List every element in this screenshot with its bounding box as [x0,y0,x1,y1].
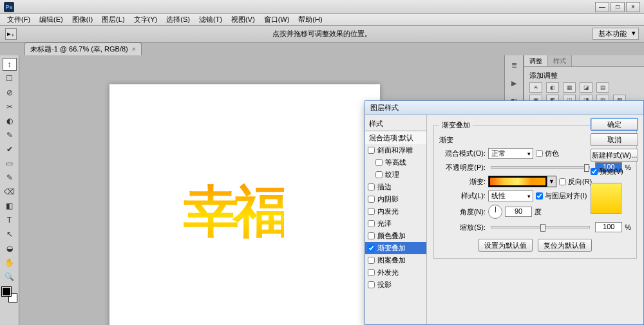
tool-gradient[interactable]: ▭ [3,157,17,170]
style-item-9[interactable]: 图案叠加 [365,254,426,266]
style-item-11[interactable]: 投影 [365,279,426,291]
menu-file[interactable]: 文件(F) [3,14,35,26]
tool-hand[interactable]: ✋ [3,256,17,269]
adj-brightness-icon[interactable]: ☀ [529,82,542,93]
app-logo: Ps [4,2,14,12]
ok-button[interactable]: 确定 [591,118,638,131]
adj-curves-icon[interactable]: ▦ [563,82,576,93]
style-item-10[interactable]: 外发光 [365,266,426,279]
style-item-checkbox[interactable] [368,269,375,276]
reverse-checkbox[interactable] [559,178,566,185]
tool-eyedropper[interactable]: ◐ [3,115,17,127]
style-dropdown[interactable]: 线性 [488,190,533,201]
menu-image[interactable]: 图像(I) [68,14,97,26]
dialog-main-pane: 渐变叠加 渐变 混合模式(O): 正常 仿色 不透明度(P): 100 % 渐变… [427,115,643,324]
blend-mode-dropdown[interactable]: 正常 [488,148,533,159]
tool-eraser[interactable]: ⌫ [3,185,17,198]
style-item-checkbox[interactable] [368,220,375,227]
align-layer-checkbox[interactable] [536,192,543,200]
adj-exposure-icon[interactable]: ◪ [580,82,592,93]
menu-help[interactable]: 帮助(H) [294,14,327,26]
maximize-button[interactable]: □ [611,2,625,12]
actions-icon[interactable]: ▶ [508,77,520,89]
style-item-checkbox[interactable] [368,245,375,252]
close-button[interactable]: × [626,2,640,12]
move-tool-icon[interactable]: ▸₊ [5,28,17,40]
blending-options-default[interactable]: 混合选项:默认 [365,132,426,144]
history-icon[interactable]: ≣ [508,59,520,71]
tool-shape[interactable]: ◒ [3,242,17,255]
style-item-checkbox[interactable] [368,281,375,288]
tool-lasso[interactable]: ⊘ [3,86,17,99]
style-item-6[interactable]: 光泽 [365,218,426,230]
tool-type[interactable]: T [3,214,17,227]
menu-type[interactable]: 文字(Y) [129,14,162,26]
style-item-8[interactable]: 渐变叠加 [365,242,426,254]
menu-view[interactable]: 视图(V) [227,14,260,26]
cancel-button[interactable]: 取消 [591,133,638,146]
minimize-button[interactable]: — [595,2,609,12]
menu-filter[interactable]: 滤镜(T) [194,14,227,26]
style-item-7[interactable]: 颜色叠加 [365,230,426,242]
reset-default-button[interactable]: 复位为默认值 [538,239,592,252]
menu-layer[interactable]: 图层(L) [97,14,129,26]
tool-move[interactable]: ↕ [3,58,17,71]
dither-checkbox[interactable] [536,150,543,157]
style-item-checkbox[interactable] [368,183,375,190]
gradient-picker[interactable]: ▼ [488,176,556,187]
angle-field[interactable]: 90 [505,207,532,217]
style-item-1[interactable]: 等高线 [365,156,426,169]
tool-brush[interactable]: ✎ [3,129,17,142]
menu-select[interactable]: 选择(S) [162,14,194,26]
tab-styles[interactable]: 样式 [548,55,572,66]
opacity-label: 不透明度(P): [439,163,486,172]
style-item-label: 等高线 [385,158,406,167]
style-item-3[interactable]: 描边 [365,181,426,193]
color-swatch[interactable] [2,287,17,302]
canvas-text-layer[interactable]: 幸福 [184,174,284,250]
canvas[interactable]: 幸福 [109,84,380,325]
tool-marquee[interactable]: ☐ [3,72,17,85]
style-item-checkbox[interactable] [375,171,383,178]
tool-zoom[interactable]: 🔍 [3,270,17,283]
workspace-dropdown[interactable]: 基本功能 [592,28,639,40]
toolbox: ↕ ☐ ⊘ ✂ ◐ ✎ ✔ ▭ ✎ ⌫ ◧ T ↖ ◒ ✋ 🔍 [0,55,19,325]
scale-field[interactable]: 100 [595,222,622,232]
tool-pencil[interactable]: ✎ [3,171,17,184]
tool-path[interactable]: ↖ [3,228,17,241]
menu-edit[interactable]: 编辑(E) [35,14,68,26]
document-tab-close-icon[interactable]: × [132,46,136,53]
menu-window[interactable]: 窗口(W) [260,14,294,26]
style-item-5[interactable]: 内发光 [365,205,426,218]
document-tab-title: 未标题-1 @ 66.7% (幸, RGB/8) [30,44,128,54]
gradient-dd-icon[interactable]: ▼ [547,176,556,187]
adj-vibrance-icon[interactable]: ▤ [596,82,609,93]
style-item-checkbox[interactable] [368,257,375,264]
dialog-titlebar[interactable]: 图层样式 [365,101,643,115]
tool-dodge[interactable]: ◧ [3,200,17,212]
menu-bar: 文件(F) 编辑(E) 图像(I) 图层(L) 文字(Y) 选择(S) 滤镜(T… [0,14,644,26]
scale-slider[interactable] [491,226,590,228]
style-item-checkbox[interactable] [368,232,375,239]
style-item-checkbox[interactable] [375,159,383,166]
opacity-slider[interactable] [491,166,590,169]
set-default-button[interactable]: 设置为默认值 [478,239,533,252]
style-item-4[interactable]: 内阴影 [365,193,426,205]
style-item-checkbox[interactable] [368,208,375,215]
gradient-label: 渐变: [439,177,486,187]
style-item-0[interactable]: 斜面和浮雕 [365,144,426,156]
document-tab-bar: 未标题-1 @ 66.7% (幸, RGB/8) × [0,42,644,55]
styles-header: 样式 [365,118,426,131]
style-item-checkbox[interactable] [368,196,375,203]
new-style-button[interactable]: 新建样式(W)... [591,149,638,162]
options-bar: ▸₊ 点按并拖移可调整效果的位置。 基本功能 [0,26,644,42]
tab-adjustments[interactable]: 调整 [524,55,548,66]
tool-heal[interactable]: ✔ [3,143,17,156]
angle-dial[interactable] [488,205,502,219]
style-item-checkbox[interactable] [368,147,375,154]
document-tab[interactable]: 未标题-1 @ 66.7% (幸, RGB/8) × [24,42,142,55]
tool-crop[interactable]: ✂ [3,100,17,113]
adj-levels-icon[interactable]: ◐ [546,82,559,93]
preview-checkbox[interactable] [591,168,598,175]
style-item-2[interactable]: 纹理 [365,169,426,181]
